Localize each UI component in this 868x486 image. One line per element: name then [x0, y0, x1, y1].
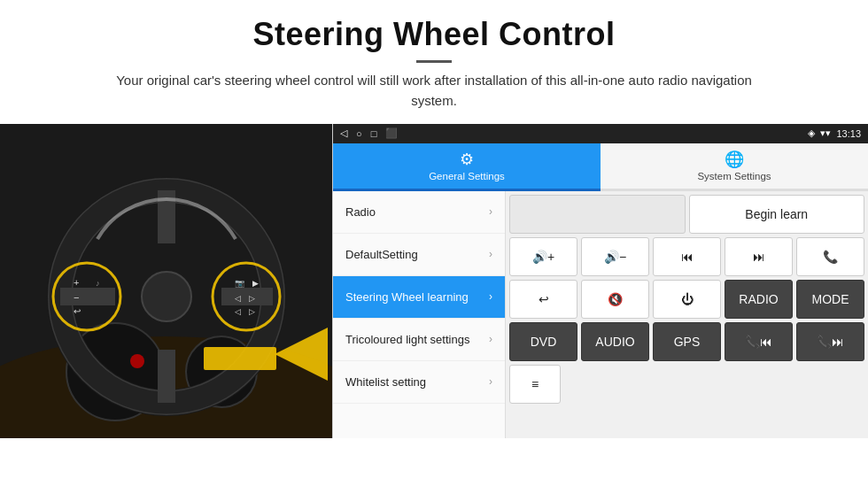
phone-prev-button[interactable]: 📞⏮	[725, 322, 793, 361]
menu-steering-label: Steering Wheel learning	[345, 290, 469, 304]
tab-system-settings[interactable]: 🌐 System Settings	[601, 143, 868, 191]
svg-point-4	[130, 354, 144, 368]
status-bar-info: ◈ ▾▾ 13:13	[808, 127, 861, 139]
tab-general-label: General Settings	[429, 171, 505, 181]
svg-text:−: −	[74, 292, 79, 303]
menu-tricoloured-label: Tricoloured light settings	[345, 333, 469, 346]
phone-next-icon: 📞⏭	[817, 335, 844, 349]
menu-default-label: DefaultSetting	[345, 248, 418, 261]
menu-default-chevron: ›	[489, 248, 492, 260]
next-track-button[interactable]: ⏭	[725, 237, 793, 276]
title-divider	[416, 60, 452, 63]
page-description: Your original car's steering wheel contr…	[97, 70, 771, 112]
control-row-2: 🔊+ 🔊− ⏮ ⏭ 📞	[509, 237, 864, 276]
menu-whitelist-label: Whitelist setting	[345, 375, 426, 389]
menu-whitelist-chevron: ›	[489, 375, 492, 388]
system-settings-icon: 🌐	[725, 150, 744, 169]
mute-icon: 🔇	[608, 292, 623, 306]
status-bar-nav: ◁ ○ □ ⬛	[340, 127, 398, 139]
audio-label: AUDIO	[595, 335, 634, 349]
volume-down-button[interactable]: 🔊−	[581, 237, 649, 276]
menu-radio-chevron: ›	[489, 205, 492, 218]
svg-rect-26	[204, 347, 276, 370]
menu-radio-label: Radio	[345, 205, 376, 219]
panel-body: Radio › DefaultSetting › Steering Wheel …	[333, 191, 868, 438]
prev-track-button[interactable]: ⏮	[653, 237, 721, 276]
location-icon: ◈	[808, 127, 815, 139]
svg-text:▷: ▷	[249, 307, 255, 316]
back-button[interactable]: ↩	[509, 280, 577, 319]
tab-bar: ⚙ General Settings 🌐 System Settings	[333, 143, 868, 191]
list-icon: ≡	[531, 377, 539, 391]
svg-point-12	[142, 272, 191, 321]
phone-prev-icon: 📞⏮	[745, 335, 772, 349]
mode-label: MODE	[812, 292, 849, 306]
empty-slot	[509, 195, 686, 234]
menu-steering-chevron: ›	[489, 290, 492, 303]
status-bar: ◁ ○ □ ⬛ ◈ ▾▾ 13:13	[333, 124, 868, 143]
mute-button[interactable]: 🔇	[581, 280, 649, 319]
screenshot-icon[interactable]: ⬛	[385, 127, 398, 139]
begin-learn-button[interactable]: Begin learn	[689, 195, 865, 234]
svg-text:◁: ◁	[235, 307, 241, 316]
clock: 13:13	[836, 128, 861, 139]
page-header: Steering Wheel Control Your original car…	[0, 0, 868, 120]
svg-text:♪: ♪	[96, 279, 100, 288]
general-settings-icon: ⚙	[460, 150, 474, 169]
menu-list: Radio › DefaultSetting › Steering Wheel …	[333, 191, 506, 438]
tab-general-settings[interactable]: ⚙ General Settings	[333, 143, 601, 191]
menu-item-whitelist[interactable]: Whitelist setting ›	[333, 361, 505, 404]
menu-item-steering-wheel[interactable]: Steering Wheel learning ›	[333, 276, 505, 319]
menu-item-tricoloured[interactable]: Tricoloured light settings ›	[333, 319, 505, 361]
radio-label: RADIO	[739, 292, 778, 306]
gps-button[interactable]: GPS	[653, 322, 721, 361]
control-grid: Begin learn 🔊+ 🔊− ⏮ ⏭	[506, 191, 868, 438]
phone-next-button[interactable]: 📞⏭	[796, 322, 864, 361]
control-row-1: Begin learn	[509, 195, 864, 234]
next-track-icon: ⏭	[753, 250, 765, 264]
power-icon: ⏻	[681, 292, 694, 306]
dvd-button[interactable]: DVD	[509, 322, 577, 361]
home-nav-icon[interactable]: ○	[356, 128, 362, 139]
gps-label: GPS	[674, 335, 701, 349]
menu-item-radio[interactable]: Radio ›	[333, 191, 505, 234]
page-title: Steering Wheel Control	[35, 16, 833, 53]
android-panel: ◁ ○ □ ⬛ ◈ ▾▾ 13:13 ⚙ General Settings 🌐 …	[332, 124, 868, 438]
volume-up-button[interactable]: 🔊+	[509, 237, 577, 276]
dvd-label: DVD	[531, 335, 557, 349]
svg-text:▷: ▷	[249, 294, 255, 303]
radio-button[interactable]: RADIO	[725, 280, 793, 319]
svg-text:+: +	[74, 277, 79, 288]
phone-icon: 📞	[823, 250, 838, 264]
svg-text:↩: ↩	[74, 306, 81, 316]
signal-icon: ▾▾	[820, 127, 831, 139]
main-content: + ♪ − ↩ 📷 ▶ ◁ ▷ ◁ ▷ ◁ ○ □ ⬛ ◈	[0, 124, 868, 438]
audio-button[interactable]: AUDIO	[581, 322, 649, 361]
recents-nav-icon[interactable]: □	[371, 128, 377, 139]
svg-text:📷: 📷	[235, 278, 245, 289]
phone-button[interactable]: 📞	[796, 237, 864, 276]
car-image: + ♪ − ↩ 📷 ▶ ◁ ▷ ◁ ▷	[0, 124, 332, 438]
menu-tricoloured-chevron: ›	[489, 333, 492, 345]
back-icon: ↩	[539, 292, 549, 306]
control-row-5: ≡	[509, 365, 864, 404]
volume-down-icon: 🔊−	[604, 250, 626, 264]
control-row-3: ↩ 🔇 ⏻ RADIO MODE	[509, 280, 864, 319]
back-nav-icon[interactable]: ◁	[340, 127, 347, 139]
tab-system-label: System Settings	[697, 171, 771, 181]
menu-item-default-setting[interactable]: DefaultSetting ›	[333, 234, 505, 276]
mode-button[interactable]: MODE	[796, 280, 864, 319]
list-button[interactable]: ≡	[509, 365, 561, 404]
svg-text:◁: ◁	[235, 294, 241, 303]
svg-text:▶: ▶	[252, 279, 259, 288]
power-button[interactable]: ⏻	[653, 280, 721, 319]
control-row-4: DVD AUDIO GPS 📞⏮ 📞⏭	[509, 322, 864, 361]
volume-up-icon: 🔊+	[532, 250, 554, 264]
prev-track-icon: ⏮	[681, 250, 694, 264]
